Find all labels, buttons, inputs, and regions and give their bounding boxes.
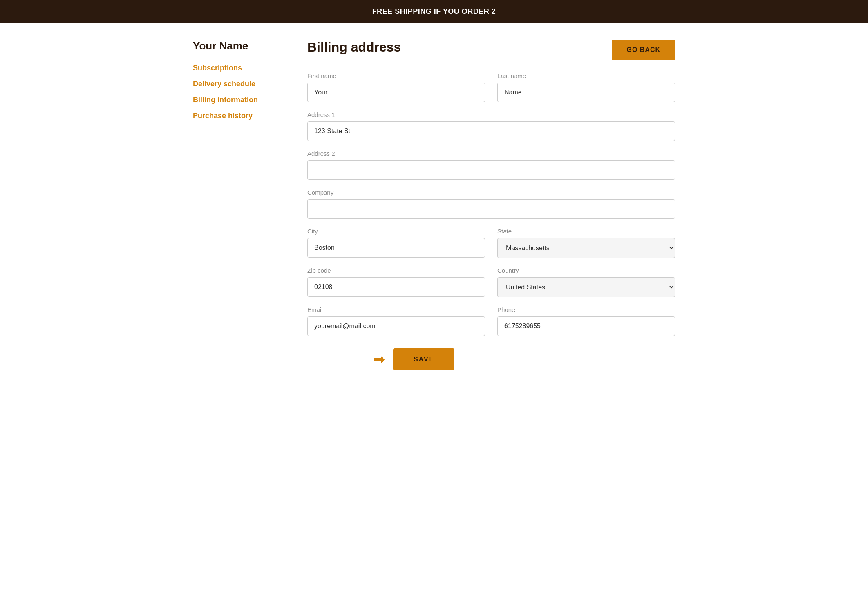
main-header: Billing address GO BACK (307, 40, 675, 60)
company-field: Company (307, 189, 675, 219)
arrow-right-icon: ➡ (373, 352, 385, 367)
phone-field: Phone (497, 306, 675, 336)
sidebar-item-purchase-history[interactable]: Purchase history (193, 112, 283, 120)
address2-field: Address 2 (307, 150, 675, 180)
first-name-label: First name (307, 72, 485, 79)
address2-row: Address 2 (307, 150, 675, 180)
save-area: ➡ SAVE (307, 348, 675, 370)
name-row: First name Last name (307, 72, 675, 102)
last-name-input[interactable] (497, 83, 675, 102)
company-label: Company (307, 189, 675, 196)
first-name-input[interactable] (307, 83, 485, 102)
top-banner: FREE SHIPPING IF YOU ORDER 2 (0, 0, 868, 23)
state-select[interactable]: AlabamaAlaskaArizonaArkansasCaliforniaCo… (497, 238, 675, 258)
sidebar: Your Name Subscriptions Delivery schedul… (193, 40, 283, 370)
save-button[interactable]: SAVE (393, 348, 454, 370)
sidebar-nav: Subscriptions Delivery schedule Billing … (193, 64, 283, 120)
go-back-button[interactable]: GO BACK (612, 40, 675, 60)
address1-field: Address 1 (307, 111, 675, 141)
email-field: Email (307, 306, 485, 336)
city-state-row: City State AlabamaAlaskaArizonaArkansasC… (307, 228, 675, 258)
main-content: Billing address GO BACK First name Last … (307, 40, 675, 370)
address2-label: Address 2 (307, 150, 675, 157)
country-label: Country (497, 267, 675, 274)
city-input[interactable] (307, 238, 485, 258)
address1-input[interactable] (307, 121, 675, 141)
page-container: Your Name Subscriptions Delivery schedul… (168, 23, 700, 387)
email-input[interactable] (307, 316, 485, 336)
zip-label: Zip code (307, 267, 485, 274)
sidebar-item-delivery-schedule[interactable]: Delivery schedule (193, 80, 283, 88)
city-field: City (307, 228, 485, 258)
city-label: City (307, 228, 485, 235)
phone-label: Phone (497, 306, 675, 313)
zip-country-row: Zip code Country United StatesCanadaUnit… (307, 267, 675, 297)
state-label: State (497, 228, 675, 235)
address2-input[interactable] (307, 160, 675, 180)
zip-field: Zip code (307, 267, 485, 297)
address1-label: Address 1 (307, 111, 675, 118)
phone-input[interactable] (497, 316, 675, 336)
state-field: State AlabamaAlaskaArizonaArkansasCalifo… (497, 228, 675, 258)
country-select[interactable]: United StatesCanadaUnited KingdomAustral… (497, 277, 675, 297)
zip-input[interactable] (307, 277, 485, 297)
last-name-field: Last name (497, 72, 675, 102)
sidebar-item-billing-information[interactable]: Billing information (193, 96, 283, 104)
address1-row: Address 1 (307, 111, 675, 141)
company-input[interactable] (307, 199, 675, 219)
page-title: Billing address (307, 40, 401, 55)
banner-text: FREE SHIPPING IF YOU ORDER 2 (372, 7, 496, 16)
sidebar-item-subscriptions[interactable]: Subscriptions (193, 64, 283, 72)
last-name-label: Last name (497, 72, 675, 79)
first-name-field: First name (307, 72, 485, 102)
country-field: Country United StatesCanadaUnited Kingdo… (497, 267, 675, 297)
billing-form: First name Last name Address 1 Address (307, 72, 675, 336)
email-phone-row: Email Phone (307, 306, 675, 336)
company-row: Company (307, 189, 675, 219)
sidebar-user-name: Your Name (193, 40, 283, 52)
email-label: Email (307, 306, 485, 313)
